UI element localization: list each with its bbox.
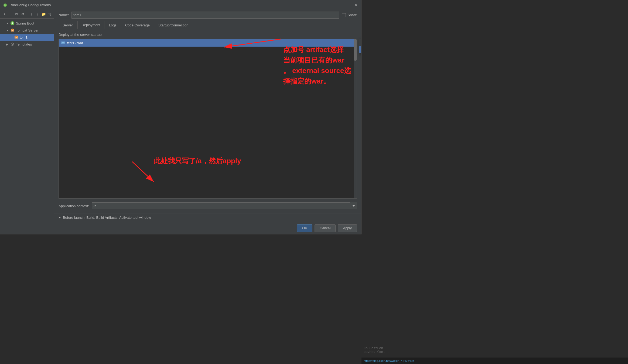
- tab-bar: Server Deployment Logs Code Coverage Sta…: [54, 20, 361, 29]
- tab-logs[interactable]: Logs: [105, 21, 121, 29]
- tomcat-icon: [10, 28, 15, 32]
- spring-boot-label: Spring Boot: [16, 21, 34, 25]
- name-row: Name: Share: [54, 10, 361, 20]
- before-launch-text: Before launch: Build, Build Artifacts, A…: [63, 216, 151, 220]
- toolbar-sep-1: [27, 12, 27, 16]
- templates-expand-arrow: ▶: [6, 43, 10, 46]
- tomcat-expand-arrow: ▼: [6, 29, 10, 32]
- ide-content-preview: up.HostCon... up.HostCon...: [361, 344, 628, 356]
- url-bar: https://blog.csdn.net/weixin_42476498: [361, 358, 628, 364]
- tab-deployment[interactable]: Deployment: [77, 21, 104, 29]
- templates-icon: [10, 42, 15, 46]
- svg-marker-18: [352, 205, 355, 207]
- name-input[interactable]: [71, 12, 339, 19]
- spring-boot-icon: [10, 21, 15, 25]
- tomcat-label: Tomcat Server: [16, 28, 39, 32]
- add-config-button[interactable]: +: [2, 11, 7, 17]
- tom1-expand-arrow: ▶: [10, 36, 14, 39]
- move-down-button[interactable]: ↓: [35, 11, 40, 17]
- folder-button[interactable]: 📁: [41, 11, 46, 17]
- dialog-buttons: OK Cancel Apply: [54, 222, 361, 234]
- app-context-wrapper: [92, 202, 357, 209]
- ide-background: https://blog.csdn.net/weixin_42476498 up…: [361, 0, 628, 364]
- share-label: Share: [347, 13, 357, 17]
- sidebar: + − ⧉ ⚙ ↑ ↓ 📁 ⇅ ▼: [0, 10, 54, 234]
- move-up-button[interactable]: ↑: [29, 11, 34, 17]
- svg-rect-7: [15, 36, 17, 37]
- sidebar-item-tom1[interactable]: ▶ tom1: [0, 34, 54, 41]
- artifact-list-container: test12:war: [59, 39, 357, 198]
- app-context-dropdown-btn[interactable]: [350, 202, 357, 209]
- share-checkbox[interactable]: [342, 13, 346, 17]
- app-context-label: Application context:: [59, 204, 89, 208]
- svg-rect-5: [12, 30, 13, 31]
- content-area: + − ⧉ ⚙ ↑ ↓ 📁 ⇅ ▼: [0, 10, 361, 234]
- tab-startup-connection[interactable]: Startup/Connection: [154, 21, 192, 29]
- close-button[interactable]: ×: [353, 2, 359, 8]
- app-context-input[interactable]: [92, 202, 357, 209]
- dialog-icon: [3, 3, 7, 7]
- svg-rect-13: [62, 43, 64, 43]
- sidebar-item-templates[interactable]: ▶ Templates: [0, 41, 54, 48]
- cancel-button[interactable]: Cancel: [315, 224, 336, 232]
- dialog-title: Run/Debug Configurations: [9, 3, 353, 7]
- copy-config-button[interactable]: ⧉: [14, 11, 19, 17]
- ok-button[interactable]: OK: [297, 224, 312, 232]
- settings-config-button[interactable]: ⚙: [20, 11, 25, 17]
- spring-boot-expand-arrow: ▼: [6, 22, 10, 25]
- before-launch-section: ▼ Before launch: Build, Build Artifacts,…: [54, 213, 361, 222]
- svg-rect-8: [16, 37, 17, 38]
- artifact-list: test12:war: [59, 39, 357, 47]
- artifact-item-test12war[interactable]: test12:war: [59, 39, 357, 47]
- tom1-label: tom1: [20, 35, 28, 39]
- run-debug-dialog: Run/Debug Configurations × + − ⧉ ⚙ ↑ ↓ 📁…: [0, 0, 361, 234]
- templates-label: Templates: [16, 42, 32, 46]
- scroll-thumb[interactable]: [354, 39, 357, 61]
- svg-point-10: [12, 44, 13, 45]
- dropdown-external-source[interactable]: External Source...: [359, 46, 361, 53]
- title-bar: Run/Debug Configurations ×: [0, 0, 361, 10]
- svg-rect-4: [12, 29, 13, 30]
- artifact-item-label: test12:war: [67, 41, 83, 45]
- sidebar-item-spring-boot[interactable]: ▼ Spring Boot: [0, 20, 54, 27]
- scroll-track: [354, 39, 357, 198]
- tab-code-coverage[interactable]: Code Coverage: [121, 21, 154, 29]
- remove-config-button[interactable]: −: [8, 11, 13, 17]
- right-panel: Name: Share Server Deployment Logs: [54, 10, 361, 234]
- before-launch-arrow[interactable]: ▼: [59, 216, 61, 219]
- sidebar-toolbar: + − ⧉ ⚙ ↑ ↓ 📁 ⇅: [0, 10, 54, 19]
- main-content: Deploy at the server startup: [54, 29, 361, 213]
- war-icon: [61, 41, 65, 45]
- name-label: Name:: [59, 13, 69, 17]
- app-context-row: Application context:: [59, 201, 357, 210]
- dropdown-menu: Artifact... External Source...: [359, 39, 361, 53]
- apply-button[interactable]: Apply: [338, 224, 357, 232]
- svg-rect-12: [62, 42, 64, 43]
- share-area: Share: [342, 13, 357, 17]
- sort-button[interactable]: ⇅: [47, 11, 52, 17]
- before-launch-row: ▼ Before launch: Build, Build Artifacts,…: [59, 216, 357, 220]
- deploy-label: Deploy at the server startup: [59, 33, 357, 37]
- sidebar-item-tomcat[interactable]: ▼ Tomcat Server: [0, 27, 54, 34]
- tab-server[interactable]: Server: [59, 21, 77, 29]
- bottom-section: Application context:: [59, 198, 357, 213]
- sidebar-tree: ▼ Spring Boot ▼: [0, 19, 54, 234]
- tom1-config-icon: [14, 35, 19, 39]
- dropdown-artifact[interactable]: Artifact...: [359, 39, 361, 46]
